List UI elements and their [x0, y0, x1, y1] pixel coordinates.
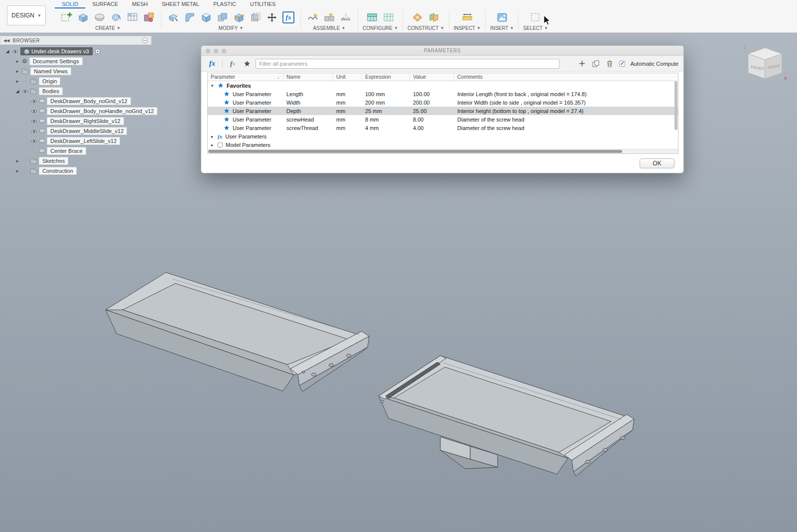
change-parameters-button[interactable]: fx	[281, 10, 296, 25]
close-icon[interactable]	[206, 49, 210, 53]
favorites-group-row[interactable]: ▾ Favorites	[208, 81, 678, 90]
column-header-parameter[interactable]: Parameter⌄	[208, 73, 283, 81]
user-parameters-group-row[interactable]: ▸ fx User Parameters	[208, 132, 678, 140]
measure-button[interactable]	[460, 10, 475, 25]
sweep-button[interactable]	[109, 10, 124, 25]
create-sketch-button[interactable]	[59, 10, 74, 25]
new-component-button[interactable]	[305, 10, 320, 25]
insert-button[interactable]	[495, 10, 510, 25]
joint-button[interactable]	[322, 10, 337, 25]
fillet-button[interactable]	[182, 10, 197, 25]
column-header-unit[interactable]: Unit	[333, 73, 362, 81]
favorite-star-icon[interactable]	[224, 108, 230, 114]
modify-dropdown[interactable]: MODIFY▼	[219, 25, 244, 31]
minimize-icon[interactable]	[214, 49, 218, 53]
tree-item-body[interactable]: DeskDrawer_Body_noGrid_v12	[0, 96, 151, 106]
cell-name[interactable]: Width	[283, 100, 333, 106]
cell-comments[interactable]: Inteior Width (side to side , original m…	[454, 100, 678, 106]
parameter-row-screwhead[interactable]: User Parameter screwHead mm 8 mm 8.00 Di…	[208, 115, 678, 124]
automatic-compute-checkbox[interactable]: ✓	[619, 61, 625, 67]
cell-expression[interactable]: 4 mm	[362, 125, 410, 131]
tree-item-body[interactable]: DeskDrawer_MiddleSlide_v12	[0, 126, 151, 136]
eye-off-icon[interactable]	[22, 79, 28, 84]
move-button[interactable]	[265, 10, 279, 25]
eye-icon[interactable]	[31, 139, 37, 143]
horizontal-scrollbar[interactable]	[208, 149, 678, 153]
chevron-right-icon[interactable]: ▸	[15, 168, 20, 173]
revolve-button[interactable]	[92, 10, 107, 25]
tree-item-document-settings[interactable]: ▸ ⚙ Document Settings	[0, 56, 151, 66]
construct-axis-button[interactable]	[426, 10, 441, 25]
configuration-table-button[interactable]	[381, 10, 396, 25]
eye-icon[interactable]	[31, 129, 37, 133]
parameter-row-width[interactable]: User Parameter Width mm 200 mm 200.00 In…	[208, 98, 678, 107]
tree-item-bodies[interactable]: ◢ Bodies	[0, 86, 151, 96]
eye-off-icon[interactable]	[31, 149, 37, 153]
tree-item-root[interactable]: ◢ Under-desk Drawers v3	[0, 46, 151, 56]
tab-surface[interactable]: SURFACE	[85, 0, 125, 8]
offset-face-button[interactable]	[248, 10, 263, 25]
eye-off-icon[interactable]	[22, 169, 28, 173]
collapse-panel-icon[interactable]: ◀◀	[3, 38, 9, 43]
column-header-value[interactable]: Value	[410, 73, 454, 81]
insert-user-parameter-button[interactable]: f+	[227, 59, 239, 68]
tree-item-body[interactable]: DeskDrawer_Body_noHandle_noGrid_v12	[0, 106, 151, 116]
activate-radio-icon[interactable]	[95, 48, 101, 54]
mirror-components-button[interactable]	[338, 10, 353, 25]
column-header-comments[interactable]: Comments	[454, 73, 678, 81]
parameter-row-length[interactable]: User Parameter Length mm 100 mm 100.00 I…	[208, 90, 678, 98]
eye-icon[interactable]	[22, 89, 28, 94]
select-dropdown[interactable]: SELECT▼	[523, 25, 548, 31]
configure-button[interactable]	[365, 10, 380, 25]
chevron-right-icon[interactable]: ▸	[15, 79, 20, 84]
tree-item-construction[interactable]: ▸ Construction	[0, 166, 151, 176]
horizontal-scrollbar-thumb[interactable]	[208, 150, 622, 153]
chevron-expanded-icon[interactable]: ◢	[5, 49, 10, 54]
select-button[interactable]	[528, 10, 543, 25]
tree-item-body[interactable]: DeskDrawer_RightSlide_v12	[0, 116, 151, 126]
favorite-star-icon[interactable]	[224, 117, 230, 123]
pattern-button[interactable]	[125, 10, 140, 25]
eye-icon[interactable]	[31, 119, 37, 124]
cell-unit[interactable]: mm	[333, 108, 362, 114]
cell-comments[interactable]: Diameter of the screw head	[454, 125, 678, 131]
cell-unit[interactable]: mm	[333, 91, 362, 97]
cell-name[interactable]: Length	[283, 91, 333, 97]
chevron-right-icon[interactable]: ▸	[15, 158, 20, 163]
cell-expression[interactable]: 25 mm	[362, 108, 410, 114]
construct-plane-button[interactable]	[410, 10, 425, 25]
configure-dropdown[interactable]: CONFIGURE▼	[363, 25, 398, 31]
cell-expression[interactable]: 100 mm	[362, 91, 410, 97]
cell-unit[interactable]: mm	[333, 117, 362, 123]
chevron-right-icon[interactable]: ▸	[15, 69, 20, 74]
tab-plastic[interactable]: PLASTIC	[206, 0, 243, 8]
column-header-name[interactable]: Name	[283, 73, 333, 81]
create-dropdown[interactable]: CREATE▼	[95, 25, 121, 31]
favorite-star-icon[interactable]	[224, 91, 230, 97]
tab-sheet-metal[interactable]: SHEET METAL	[155, 0, 206, 8]
tree-item-body[interactable]: Center Brace	[0, 146, 151, 156]
chevron-right-icon[interactable]: ▸	[210, 134, 215, 139]
press-pull-button[interactable]	[166, 10, 181, 25]
cell-expression[interactable]: 200 mm	[362, 100, 410, 106]
document-root-chip[interactable]: Under-desk Drawers v3	[20, 47, 93, 55]
vertical-scrollbar[interactable]	[674, 81, 678, 149]
assemble-dropdown[interactable]: ASSEMBLE▼	[313, 25, 346, 31]
insert-dropdown[interactable]: INSERT▼	[490, 25, 514, 31]
filter-parameters-input[interactable]	[256, 59, 559, 69]
chevron-expanded-icon[interactable]: ◢	[15, 89, 20, 94]
model-parameters-group-row[interactable]: ▸ Model Parameters	[208, 140, 678, 149]
chevron-right-icon[interactable]: ▸	[15, 59, 20, 64]
extrude-button[interactable]	[76, 10, 91, 25]
favorite-star-icon[interactable]	[224, 100, 230, 106]
chevron-down-icon[interactable]: ▾	[210, 83, 215, 88]
tree-item-sketches[interactable]: ▸ Sketches	[0, 156, 151, 166]
add-parameter-button[interactable]	[577, 59, 586, 68]
cell-unit[interactable]: mm	[333, 125, 362, 131]
eye-icon[interactable]	[31, 99, 37, 104]
tab-utilities[interactable]: UTILITIES	[243, 0, 282, 8]
combine-button[interactable]	[215, 10, 230, 25]
split-body-button[interactable]	[232, 10, 247, 25]
eye-off-icon[interactable]	[22, 159, 28, 163]
cell-name[interactable]: screwThread	[283, 125, 333, 131]
